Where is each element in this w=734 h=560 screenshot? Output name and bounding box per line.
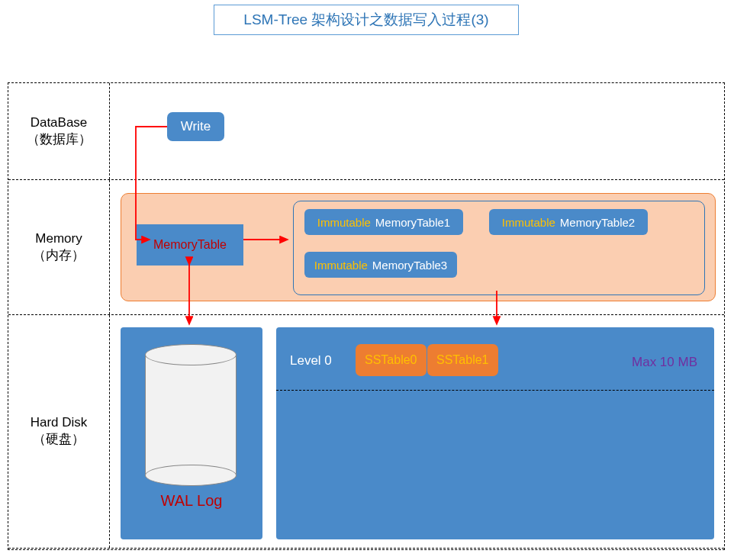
imm3-text: MemoryTable3 [372, 259, 447, 272]
harddisk-label: Hard Disk （硬盘） [8, 315, 110, 548]
immutable-keyword: Immutable [314, 259, 368, 272]
memory-content: MemoryTable Immutable MemoryTable1 Immut… [110, 180, 724, 314]
sstable0-block: SSTable0 [356, 344, 427, 376]
database-row: DataBase （数据库） Write [8, 83, 724, 180]
sstable1-block: SSTable1 [427, 344, 498, 376]
diagram-title: LSM-Tree 架构设计之数据写入过程(3) [214, 5, 519, 35]
level-container: Level 0 SSTable0 SSTable1 Max 10 MB [276, 327, 714, 539]
wal-container: WAL Log [121, 327, 262, 539]
max-size-label: Max 10 MB [632, 355, 697, 370]
immutable-memorytable2: Immutable MemoryTable2 [489, 209, 648, 235]
database-content: Write [110, 83, 724, 179]
wal-log-label: WAL Log [121, 492, 262, 510]
level-divider [276, 390, 714, 391]
database-label: DataBase （数据库） [8, 83, 110, 179]
immutable-keyword: Immutable [502, 216, 555, 229]
cylinder-icon [145, 344, 237, 486]
memory-table-block: MemoryTable [137, 224, 243, 266]
level0-label: Level 0 [290, 353, 332, 369]
harddisk-content: WAL Log Level 0 SSTable0 SSTable1 Max 10… [110, 315, 724, 548]
immutable-keyword: Immutable [317, 216, 371, 229]
write-block: Write [167, 112, 224, 141]
harddisk-row: Hard Disk （硬盘） WAL Log Level 0 SSTable0 … [8, 315, 724, 549]
immutable-memorytable3: Immutable MemoryTable3 [304, 252, 457, 278]
memory-label: Memory （内存） [8, 180, 110, 314]
diagram-container: DataBase （数据库） Write Memory （内存） MemoryT… [8, 82, 725, 550]
memory-container: MemoryTable Immutable MemoryTable1 Immut… [121, 193, 716, 301]
imm2-text: MemoryTable2 [560, 216, 635, 229]
immutable-memorytable1: Immutable MemoryTable1 [304, 209, 463, 235]
memory-row: Memory （内存） MemoryTable Immutable Memory… [8, 180, 724, 315]
immutable-container: Immutable MemoryTable1 Immutable MemoryT… [293, 201, 705, 295]
imm1-text: MemoryTable1 [375, 216, 450, 229]
